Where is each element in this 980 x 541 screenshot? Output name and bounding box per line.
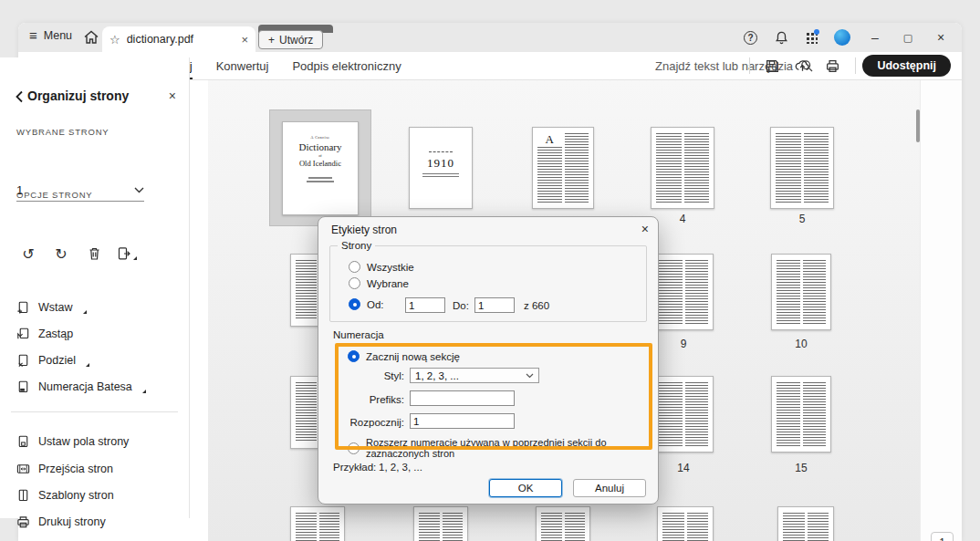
delete-page-icon[interactable] bbox=[84, 244, 104, 263]
thumbnail-page-2[interactable]: 1910 bbox=[409, 127, 473, 209]
start-at-input[interactable] bbox=[410, 413, 515, 429]
example-label: Przykład: bbox=[333, 462, 376, 473]
submenu-indicator bbox=[83, 310, 87, 314]
tab-title: dictionary.pdf bbox=[127, 33, 235, 46]
help-icon[interactable]: ? bbox=[744, 31, 757, 45]
style-label: Styl: bbox=[340, 370, 404, 381]
rotate-left-icon[interactable]: ↺ bbox=[18, 244, 38, 263]
thumbnail-page-10[interactable] bbox=[771, 254, 831, 330]
page-options-label: OPCJE STRONY bbox=[16, 190, 93, 200]
back-chevron-icon[interactable] bbox=[15, 90, 24, 103]
chevron-down-icon bbox=[526, 373, 534, 379]
panel-close-icon[interactable]: × bbox=[169, 88, 176, 103]
do-input[interactable] bbox=[474, 297, 515, 313]
sidebar-item-ustaw-pola-strony[interactable]: Ustaw pola strony bbox=[16, 433, 129, 450]
page-number-label: 10 bbox=[783, 338, 819, 350]
sidebar-item-szablony-stron[interactable]: Szablony stron bbox=[16, 487, 114, 504]
pages-groupbox: Strony Wszystkie Wybrane Od: Do: z 660 bbox=[329, 245, 647, 322]
sidebar-item-zastap[interactable]: Zastąp bbox=[16, 326, 73, 342]
radio-icon-selected[interactable] bbox=[348, 350, 360, 362]
home-icon bbox=[82, 29, 100, 46]
page-1-cover[interactable]: A Concise Dictionary of Old Icelandic bbox=[282, 121, 359, 215]
radio-icon[interactable] bbox=[348, 442, 360, 454]
od-input[interactable] bbox=[405, 297, 445, 313]
thumbnail-page-20[interactable] bbox=[777, 506, 834, 541]
tab-close-icon[interactable]: × bbox=[241, 33, 248, 47]
rotate-right-icon[interactable]: ↻ bbox=[51, 244, 71, 263]
cover-text: A Concise Dictionary of Old Icelandic bbox=[283, 122, 358, 182]
start-at-label: Rozpocznij: bbox=[340, 417, 404, 428]
page-number-label: 15 bbox=[783, 462, 819, 474]
document-tab[interactable]: ☆ dictionary.pdf × bbox=[102, 26, 255, 52]
minimize-button[interactable]: – bbox=[867, 30, 883, 45]
user-avatar[interactable] bbox=[834, 29, 850, 46]
year-page: 1910 bbox=[410, 128, 472, 178]
page-transitions-icon bbox=[16, 462, 30, 476]
sidebar-item-drukuj-strony[interactable]: Drukuj strony bbox=[16, 514, 106, 530]
save-icon[interactable] bbox=[765, 58, 780, 74]
menu-button[interactable]: ≡ Menu bbox=[29, 28, 72, 42]
radio-icon-selected[interactable] bbox=[349, 298, 360, 310]
thumbnail-page-15[interactable] bbox=[771, 376, 831, 453]
sidebar-item-podziel[interactable]: Podziel bbox=[16, 352, 89, 369]
thumbnail-page-9[interactable] bbox=[653, 254, 714, 330]
thumbnail-selected-page-1[interactable]: A Concise Dictionary of Old Icelandic bbox=[269, 109, 371, 226]
style-dropdown[interactable]: 1, 2, 3, ... bbox=[410, 368, 539, 383]
print-icon[interactable] bbox=[825, 58, 840, 74]
sidebar-item-numeracja-batesa[interactable]: Numeracja Batesa bbox=[16, 379, 146, 395]
thumbnail-page-3[interactable]: A bbox=[532, 127, 594, 209]
page-number-label: 14 bbox=[665, 462, 702, 474]
tab-konwertuj[interactable]: Konwertuj bbox=[216, 52, 269, 79]
radio-wszystkie[interactable]: Wszystkie bbox=[349, 261, 414, 273]
thumbnail-page-4[interactable] bbox=[651, 127, 714, 209]
radio-wybrane[interactable]: Wybrane bbox=[349, 277, 409, 289]
hamburger-icon: ≡ bbox=[29, 28, 37, 42]
page-number-indicator[interactable]: 1 bbox=[931, 532, 954, 541]
ok-button[interactable]: OK bbox=[489, 479, 562, 497]
thumbnail-page-5[interactable] bbox=[770, 127, 834, 209]
thumbnail-page-19[interactable] bbox=[657, 506, 714, 541]
radio-icon[interactable] bbox=[349, 277, 360, 289]
cancel-button[interactable]: Anuluj bbox=[573, 479, 646, 497]
split-page-icon bbox=[16, 353, 30, 368]
close-window-button[interactable]: × bbox=[933, 30, 949, 45]
submenu-indicator bbox=[142, 390, 146, 393]
sidebar-item-wstaw[interactable]: Wstaw bbox=[16, 299, 87, 316]
prefix-label: Prefiks: bbox=[340, 394, 404, 405]
dialog-title: Etykiety stron bbox=[331, 224, 397, 236]
panel-title: Organizuj strony bbox=[27, 88, 129, 103]
thumbnail-page-16[interactable] bbox=[290, 506, 345, 541]
title-bar: ≡ Menu ☆ dictionary.pdf × + Utwórz ? – bbox=[18, 23, 962, 52]
do-label: Do: bbox=[453, 300, 469, 311]
radio-icon[interactable] bbox=[349, 261, 360, 273]
notifications-bell-icon[interactable] bbox=[774, 30, 789, 46]
dialog-close-icon[interactable]: × bbox=[641, 222, 649, 236]
extract-page-icon[interactable] bbox=[117, 244, 137, 263]
thumbnail-page-18[interactable] bbox=[536, 506, 590, 541]
share-button[interactable]: Udostępnij bbox=[862, 55, 951, 77]
vertical-scrollbar[interactable] bbox=[916, 109, 920, 142]
radio-rozszerz-numeracje[interactable]: Rozszerz numerację używaną w poprzedniej… bbox=[348, 437, 658, 459]
create-button[interactable]: + Utwórz bbox=[258, 30, 323, 49]
cloud-upload-icon[interactable] bbox=[795, 58, 810, 74]
radio-zacznij-nowa-sekcje[interactable]: Zacznij nową sekcję bbox=[348, 350, 460, 362]
create-label: Utwórz bbox=[279, 34, 313, 47]
page-templates-icon bbox=[16, 488, 30, 503]
radio-od[interactable]: Od: bbox=[349, 298, 384, 310]
sidebar-item-przejscia-stron[interactable]: Przejścia stron bbox=[16, 461, 113, 477]
thumbnail-page-17[interactable] bbox=[413, 506, 468, 541]
maximize-button[interactable]: ▢ bbox=[900, 32, 916, 44]
replace-page-icon bbox=[16, 327, 30, 341]
bates-numbering-icon bbox=[16, 380, 30, 394]
favorite-star-icon[interactable]: ☆ bbox=[109, 33, 120, 47]
chevron-down-icon bbox=[134, 187, 144, 193]
app-grid-icon[interactable] bbox=[806, 32, 818, 44]
tab-podpis-elektroniczny[interactable]: Podpis elektroniczny bbox=[292, 52, 401, 79]
prefix-input[interactable] bbox=[410, 390, 515, 406]
thumbnail-page-14[interactable] bbox=[653, 376, 714, 453]
page-labels-dialog: Etykiety stron × Strony Wszystkie Wybran… bbox=[318, 216, 659, 505]
organize-pages-panel: Organizuj strony × WYBRANE STRONY 1 OPCJ… bbox=[0, 57, 190, 518]
home-button[interactable] bbox=[82, 29, 100, 46]
right-rail: 1 bbox=[920, 80, 962, 541]
submenu-indicator bbox=[86, 363, 89, 367]
